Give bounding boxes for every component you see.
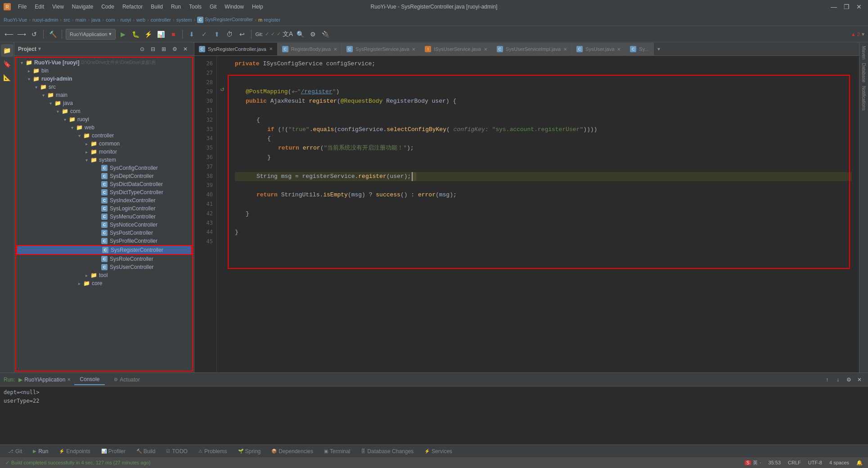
breadcrumb-java[interactable]: java [91,17,100,23]
footer-terminal[interactable]: ▣ Terminal [319,447,355,455]
scroll-down-btn[interactable]: ↓ [833,375,843,385]
status-charset[interactable]: UTF-8 [806,460,824,465]
window-controls[interactable]: — ❐ ✕ [828,2,864,11]
tab-isysuserservice[interactable]: I ISysUserService.java ✕ [420,43,492,55]
footer-todo[interactable]: ☑ TODO [162,447,192,455]
toolbar-back[interactable]: ⟵ [4,29,14,40]
panel-title-dropdown[interactable]: ▾ [38,46,41,52]
status-sonar[interactable]: S 英 · [743,459,763,466]
status-encoding[interactable]: CRLF [786,460,803,465]
tree-item-src[interactable]: ▾ 📁 src [16,83,192,91]
toolbar-config[interactable]: ⚙ [308,29,319,40]
tab-actuator[interactable]: ⚙ Actuator [108,375,145,385]
profile-button[interactable]: 📊 [155,29,166,40]
footer-git[interactable]: ⎇ Git [4,447,27,455]
breadcrumb-controller[interactable]: controller [151,17,171,23]
tree-item-root[interactable]: ▾ 📁 RuoYi-Vue [ruoyi] D:\OneDrive文件夹\One… [16,59,192,67]
tree-item-ruoyi-admin[interactable]: ▾ 📁 ruoyi-admin [16,75,192,83]
breadcrumb-ruoyi[interactable]: ruoyi [120,17,131,23]
tree-item-monitor[interactable]: ▸ 📁 monitor [16,148,192,156]
tab-console[interactable]: Console [74,374,105,385]
footer-build[interactable]: 🔨 Build [132,447,160,455]
menu-window[interactable]: Window [221,3,247,11]
coverage-button[interactable]: ⚡ [143,29,153,40]
vcs-update[interactable]: ⬇ [186,29,197,40]
tree-item-bin[interactable]: ▸ 📁 bin [16,67,192,75]
tree-item-sysnotice[interactable]: ▸ C SysNoticeController [16,221,192,229]
hide-panel-btn[interactable]: ✕ [180,44,190,54]
menu-view[interactable]: View [49,3,67,11]
vcs-push[interactable]: ⬆ [211,29,222,40]
run-button[interactable]: ▶ [117,29,128,40]
status-position[interactable]: 35:53 [767,460,783,465]
vcs-revert[interactable]: ↩ [237,29,247,40]
footer-dependencies[interactable]: 📦 Dependencies [267,447,318,455]
breadcrumb-src[interactable]: src [63,17,70,23]
tree-item-core[interactable]: ▸ 📁 core [16,279,192,287]
project-view-icon[interactable]: 📁 [1,44,13,57]
tree-item-controller[interactable]: ▾ 📁 controller [16,132,192,140]
footer-dbchanges[interactable]: 🗄 Database Changes [356,447,418,455]
tab-close-icon[interactable]: ✕ [269,46,273,51]
breadcrumb-module[interactable]: ruoyi-admin [32,17,58,23]
tab-sy-overflow[interactable]: C Sy... [625,43,653,55]
tree-item-sysindex[interactable]: ▸ C SysIndexController [16,196,192,204]
toolbar-expand[interactable]: ▾ [862,31,864,37]
status-notifications[interactable]: 🔔 [855,460,864,466]
minimize-button[interactable]: — [828,2,839,11]
breadcrumb-web[interactable]: web [136,17,145,23]
footer-services[interactable]: ⚡ Services [420,447,457,455]
maximize-button[interactable]: ❐ [841,2,852,11]
tab-close-run[interactable]: ✕ [67,377,71,382]
tree-item-sysdictdata[interactable]: ▸ C SysDictDataController [16,180,192,188]
tree-item-sysdept[interactable]: ▸ C SysDeptController [16,172,192,180]
tree-item-java[interactable]: ▾ 📁 java [16,99,192,107]
run-config-dropdown[interactable]: RuoYiApplication ▾ [66,29,116,40]
database-label[interactable]: Database [860,61,867,84]
close-button[interactable]: ✕ [854,2,864,11]
toolbar-refresh[interactable]: ↺ [29,29,40,40]
tree-item-sysregister[interactable]: ▸ C SysRegisterController [16,245,192,255]
breadcrumb-main[interactable]: main [76,17,86,23]
menu-build[interactable]: Build [147,3,166,11]
tree-item-syslogin[interactable]: ▸ C SysLoginController [16,204,192,213]
menu-git[interactable]: Git [206,3,220,11]
menu-bar[interactable]: File Edit View Navigate Code Refactor Bu… [14,3,267,11]
locate-file-btn[interactable]: ⊙ [137,44,147,54]
vcs-history[interactable]: ⏱ [224,29,235,40]
settings-btn[interactable]: ⚙ [170,44,180,54]
tab-sysuser[interactable]: C SysUser.java ✕ [572,43,625,55]
breadcrumb-root[interactable]: RuoYi-Vue [4,17,27,23]
tree-item-syspost[interactable]: ▸ C SysPostController [16,229,192,237]
tree-item-sysuser[interactable]: ▸ C SysUserController [16,263,192,271]
tree-item-com[interactable]: ▾ 📁 com [16,107,192,115]
menu-refactor[interactable]: Refactor [119,3,146,11]
app-name-tab[interactable]: ▶ RuoYiApplication ✕ [18,377,71,383]
footer-endpoints[interactable]: ⚡ Endpoints [54,447,94,455]
collapse-all-btn[interactable]: ⊟ [148,44,158,54]
breadcrumb-system[interactable]: system [176,17,192,23]
tab-close-icon[interactable]: ✕ [484,47,487,52]
tab-close-icon[interactable]: ✕ [617,47,621,52]
menu-run[interactable]: Run [167,3,184,11]
menu-file[interactable]: File [14,3,30,11]
toolbar-translate[interactable]: 文A [283,29,293,40]
toolbar-search[interactable]: 🔍 [295,29,306,40]
tab-registerbody[interactable]: C RegisterBody.java ✕ [278,43,342,55]
menu-navigate[interactable]: Navigate [68,3,97,11]
tree-item-sysmenu[interactable]: ▸ C SysMenuController [16,213,192,221]
tab-sysregisterservice[interactable]: C SysRegisterService.java ✕ [342,43,420,55]
expand-all-btn[interactable]: ⊞ [159,44,169,54]
status-indent[interactable]: 4 spaces [828,460,851,465]
settings-btn[interactable]: ⚙ [844,375,854,385]
tree-item-common[interactable]: ▸ 📁 common [16,140,192,148]
tab-close-icon[interactable]: ✕ [563,47,567,52]
breadcrumb-com[interactable]: com [106,17,115,23]
toolbar-plugins[interactable]: 🔌 [320,29,331,40]
status-build-msg[interactable]: ✓ Build completed successfully in 4 sec,… [4,460,152,466]
footer-spring[interactable]: 🌱 Spring [234,447,265,455]
tab-sysuserserviceimpl[interactable]: C SysUserServiceImpl.java ✕ [492,43,572,55]
toolbar-forward[interactable]: ⟶ [16,29,27,40]
tree-item-sysconfg[interactable]: ▸ C SysConfigController [16,164,192,172]
tabs-overflow-btn[interactable]: ▾ [654,43,664,55]
